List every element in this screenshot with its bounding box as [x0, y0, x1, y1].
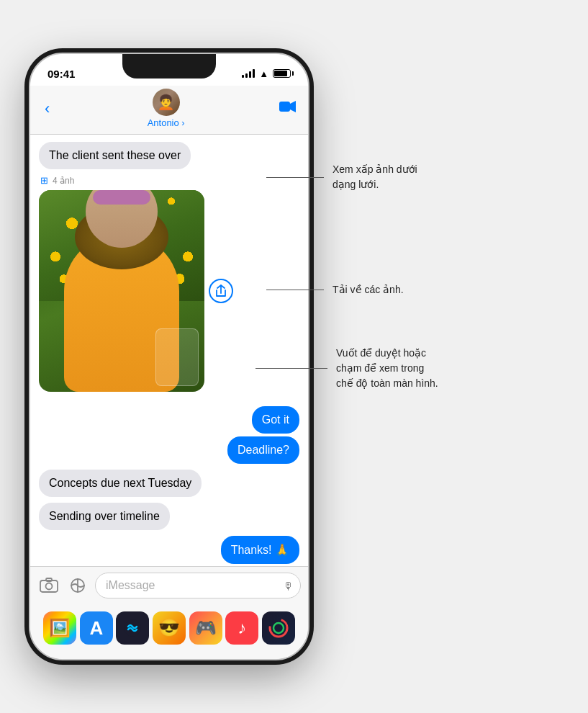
- svg-rect-2: [40, 580, 58, 592]
- signal-bar-2: [245, 73, 248, 78]
- memoji-app-icon[interactable]: 😎: [153, 611, 186, 645]
- signal-bars-icon: [242, 69, 255, 78]
- video-call-button[interactable]: [279, 100, 297, 117]
- message-input-wrapper: iMessage 🎙: [95, 573, 301, 598]
- right-bubble-thanks-group: Thanks! 🙏: [39, 536, 299, 564]
- status-time: 09:41: [48, 68, 75, 80]
- nav-bar: ‹ 🧑‍🦱 Antonio ›: [30, 86, 308, 135]
- svg-point-7: [273, 623, 284, 633]
- input-area: iMessage 🎙: [30, 566, 308, 604]
- sunglasses: [93, 190, 150, 205]
- contact-name: Antonio ›: [148, 117, 185, 128]
- annotation-line-3: Vuốt để duyệt hoặc chạm để xem trong chế…: [255, 346, 438, 391]
- music-app-icon[interactable]: ♪: [225, 611, 258, 645]
- mic-icon[interactable]: 🎙: [283, 580, 294, 592]
- shazam-app-icon[interactable]: [116, 611, 149, 645]
- signal-bar-4: [253, 69, 255, 78]
- photo-background: [39, 190, 204, 392]
- svg-rect-0: [279, 102, 290, 112]
- message-bubble-left-1[interactable]: The client sent these over: [39, 142, 191, 169]
- signal-bar-3: [249, 71, 251, 78]
- avatar: 🧑‍🦱: [153, 89, 180, 116]
- photo-count-label: ⊞ 4 ảnh: [39, 175, 299, 186]
- message-input[interactable]: iMessage: [95, 573, 301, 598]
- message-bubble-right-2[interactable]: Deadline?: [227, 436, 299, 464]
- app-row: 🖼️ A 😎 🎮 ♪: [30, 604, 308, 659]
- game-app-icon[interactable]: 🎮: [189, 611, 222, 645]
- message-bubble-right-1[interactable]: Got it: [252, 406, 299, 434]
- photos-app-icon[interactable]: 🖼️: [43, 611, 76, 645]
- grid-icon: ⊞: [40, 175, 48, 186]
- share-button[interactable]: [209, 279, 233, 303]
- photo-stack-hint: [155, 328, 199, 386]
- contact-info[interactable]: 🧑‍🦱 Antonio ›: [148, 89, 185, 128]
- status-icons: ▲: [242, 68, 291, 79]
- notch: [122, 54, 216, 79]
- annotation-line-2: Tải về các ảnh.: [266, 282, 404, 297]
- right-bubbles-group: Got it Deadline?: [39, 406, 299, 464]
- input-row: iMessage 🎙: [37, 573, 301, 598]
- svg-point-6: [270, 619, 287, 637]
- svg-rect-4: [46, 578, 52, 581]
- signal-bar-1: [242, 75, 244, 78]
- photo-image[interactable]: [39, 190, 204, 392]
- svg-marker-1: [290, 101, 296, 112]
- message-bubble-left-3[interactable]: Sending over timeline: [39, 503, 170, 530]
- wifi-icon: ▲: [259, 68, 268, 79]
- back-button[interactable]: ‹: [42, 97, 53, 121]
- appstore-app-icon[interactable]: A: [80, 611, 113, 645]
- svg-point-3: [46, 583, 53, 590]
- battery-icon: [273, 69, 291, 78]
- fitness-app-icon[interactable]: [262, 611, 295, 645]
- message-bubble-left-2[interactable]: Concepts due next Tuesday: [39, 470, 202, 497]
- message-bubble-right-3[interactable]: Thanks! 🙏: [221, 536, 299, 564]
- annotation-line-1: Xem xấp ảnh dưới dạng lưới.: [266, 162, 417, 192]
- battery-fill: [274, 71, 287, 76]
- apps-button[interactable]: [66, 574, 89, 597]
- camera-button[interactable]: [37, 574, 60, 597]
